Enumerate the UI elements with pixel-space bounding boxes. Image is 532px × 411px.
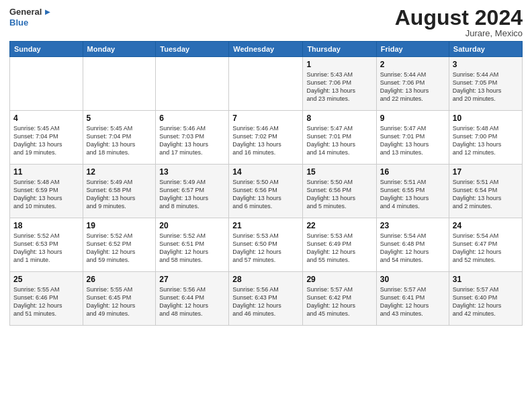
table-row — [156, 57, 229, 111]
calendar-week-row: 1Sunrise: 5:43 AM Sunset: 7:06 PM Daylig… — [10, 57, 523, 111]
day-number: 5 — [87, 113, 152, 123]
day-info: Sunrise: 5:53 AM Sunset: 6:50 PM Dayligh… — [232, 232, 299, 265]
table-row: 7Sunrise: 5:46 AM Sunset: 7:02 PM Daylig… — [229, 111, 303, 165]
day-number: 4 — [13, 113, 79, 123]
table-row — [83, 57, 156, 111]
day-number: 18 — [13, 221, 79, 230]
day-number: 7 — [232, 113, 299, 123]
table-row: 22Sunrise: 5:53 AM Sunset: 6:49 PM Dayli… — [303, 218, 376, 272]
month-year-title: August 2024 — [395, 7, 523, 28]
day-number: 22 — [306, 221, 372, 230]
day-info: Sunrise: 5:50 AM Sunset: 6:56 PM Dayligh… — [306, 178, 372, 211]
day-number: 16 — [380, 167, 445, 177]
day-info: Sunrise: 5:44 AM Sunset: 7:05 PM Dayligh… — [453, 71, 519, 103]
logo-text: General► Blue — [9, 7, 52, 28]
day-info: Sunrise: 5:56 AM Sunset: 6:44 PM Dayligh… — [159, 285, 225, 318]
day-number: 3 — [453, 60, 519, 69]
col-thursday: Thursday — [303, 42, 376, 57]
day-info: Sunrise: 5:47 AM Sunset: 7:01 PM Dayligh… — [306, 124, 372, 157]
day-info: Sunrise: 5:52 AM Sunset: 6:52 PM Dayligh… — [87, 232, 152, 265]
col-monday: Monday — [83, 42, 156, 57]
table-row: 2Sunrise: 5:44 AM Sunset: 7:06 PM Daylig… — [376, 57, 449, 111]
day-number: 23 — [380, 221, 445, 230]
logo: General► Blue — [9, 7, 52, 28]
day-info: Sunrise: 5:49 AM Sunset: 6:57 PM Dayligh… — [159, 178, 225, 211]
header: General► Blue August 2024 Jurare, Mexico — [9, 7, 523, 38]
day-info: Sunrise: 5:52 AM Sunset: 6:51 PM Dayligh… — [159, 232, 225, 265]
table-row: 15Sunrise: 5:50 AM Sunset: 6:56 PM Dayli… — [303, 165, 376, 218]
day-number: 25 — [13, 275, 79, 284]
page-container: General► Blue August 2024 Jurare, Mexico… — [0, 0, 532, 332]
table-row: 6Sunrise: 5:46 AM Sunset: 7:03 PM Daylig… — [156, 111, 229, 165]
day-number: 30 — [380, 275, 445, 284]
day-number: 24 — [453, 221, 519, 230]
table-row: 21Sunrise: 5:53 AM Sunset: 6:50 PM Dayli… — [229, 218, 303, 272]
day-number: 11 — [13, 167, 79, 177]
table-row: 14Sunrise: 5:50 AM Sunset: 6:56 PM Dayli… — [229, 165, 303, 218]
table-row: 16Sunrise: 5:51 AM Sunset: 6:55 PM Dayli… — [376, 165, 449, 218]
table-row: 9Sunrise: 5:47 AM Sunset: 7:01 PM Daylig… — [376, 111, 449, 165]
day-info: Sunrise: 5:43 AM Sunset: 7:06 PM Dayligh… — [306, 71, 372, 103]
table-row: 26Sunrise: 5:55 AM Sunset: 6:45 PM Dayli… — [83, 272, 156, 326]
day-info: Sunrise: 5:47 AM Sunset: 7:01 PM Dayligh… — [380, 124, 445, 157]
day-number: 13 — [159, 167, 225, 177]
table-row: 11Sunrise: 5:48 AM Sunset: 6:59 PM Dayli… — [10, 165, 83, 218]
col-wednesday: Wednesday — [229, 42, 303, 57]
day-number: 21 — [232, 221, 299, 230]
table-row: 24Sunrise: 5:54 AM Sunset: 6:47 PM Dayli… — [449, 218, 522, 272]
table-row: 20Sunrise: 5:52 AM Sunset: 6:51 PM Dayli… — [156, 218, 229, 272]
table-row: 23Sunrise: 5:54 AM Sunset: 6:48 PM Dayli… — [376, 218, 449, 272]
table-row: 18Sunrise: 5:52 AM Sunset: 6:53 PM Dayli… — [10, 218, 83, 272]
col-sunday: Sunday — [10, 42, 83, 57]
day-number: 27 — [159, 275, 225, 284]
table-row: 19Sunrise: 5:52 AM Sunset: 6:52 PM Dayli… — [83, 218, 156, 272]
day-info: Sunrise: 5:57 AM Sunset: 6:42 PM Dayligh… — [306, 285, 372, 318]
table-row: 25Sunrise: 5:55 AM Sunset: 6:46 PM Dayli… — [10, 272, 83, 326]
table-row: 8Sunrise: 5:47 AM Sunset: 7:01 PM Daylig… — [303, 111, 376, 165]
table-row: 17Sunrise: 5:51 AM Sunset: 6:54 PM Dayli… — [449, 165, 522, 218]
table-row: 12Sunrise: 5:49 AM Sunset: 6:58 PM Dayli… — [83, 165, 156, 218]
table-row: 5Sunrise: 5:45 AM Sunset: 7:04 PM Daylig… — [83, 111, 156, 165]
calendar-week-row: 11Sunrise: 5:48 AM Sunset: 6:59 PM Dayli… — [10, 165, 523, 218]
day-number: 9 — [380, 113, 445, 123]
day-info: Sunrise: 5:45 AM Sunset: 7:04 PM Dayligh… — [87, 124, 152, 157]
day-info: Sunrise: 5:44 AM Sunset: 7:06 PM Dayligh… — [380, 71, 445, 103]
day-number: 6 — [159, 113, 225, 123]
day-number: 17 — [453, 167, 519, 177]
table-row: 29Sunrise: 5:57 AM Sunset: 6:42 PM Dayli… — [303, 272, 376, 326]
table-row: 3Sunrise: 5:44 AM Sunset: 7:05 PM Daylig… — [449, 57, 522, 111]
day-number: 2 — [380, 60, 445, 69]
day-number: 12 — [87, 167, 152, 177]
day-number: 29 — [306, 275, 372, 284]
table-row: 31Sunrise: 5:57 AM Sunset: 6:40 PM Dayli… — [449, 272, 522, 326]
day-info: Sunrise: 5:51 AM Sunset: 6:55 PM Dayligh… — [380, 178, 445, 211]
table-row: 10Sunrise: 5:48 AM Sunset: 7:00 PM Dayli… — [449, 111, 522, 165]
day-info: Sunrise: 5:54 AM Sunset: 6:48 PM Dayligh… — [380, 232, 445, 265]
day-number: 31 — [453, 275, 519, 284]
calendar-header-row: Sunday Monday Tuesday Wednesday Thursday… — [10, 42, 523, 57]
table-row: 13Sunrise: 5:49 AM Sunset: 6:57 PM Dayli… — [156, 165, 229, 218]
col-tuesday: Tuesday — [156, 42, 229, 57]
day-number: 14 — [232, 167, 299, 177]
day-number: 10 — [453, 113, 519, 123]
day-number: 15 — [306, 167, 372, 177]
day-info: Sunrise: 5:53 AM Sunset: 6:49 PM Dayligh… — [306, 232, 372, 265]
day-number: 8 — [306, 113, 372, 123]
col-saturday: Saturday — [449, 42, 522, 57]
table-row: 4Sunrise: 5:45 AM Sunset: 7:04 PM Daylig… — [10, 111, 83, 165]
calendar-week-row: 4Sunrise: 5:45 AM Sunset: 7:04 PM Daylig… — [10, 111, 523, 165]
day-info: Sunrise: 5:45 AM Sunset: 7:04 PM Dayligh… — [13, 124, 79, 157]
day-info: Sunrise: 5:55 AM Sunset: 6:46 PM Dayligh… — [13, 285, 79, 318]
table-row — [10, 57, 83, 111]
calendar-table: Sunday Monday Tuesday Wednesday Thursday… — [9, 41, 523, 326]
col-friday: Friday — [376, 42, 449, 57]
day-info: Sunrise: 5:55 AM Sunset: 6:45 PM Dayligh… — [87, 285, 152, 318]
day-info: Sunrise: 5:56 AM Sunset: 6:43 PM Dayligh… — [232, 285, 299, 318]
table-row: 27Sunrise: 5:56 AM Sunset: 6:44 PM Dayli… — [156, 272, 229, 326]
day-number: 20 — [159, 221, 225, 230]
location-subtitle: Jurare, Mexico — [395, 28, 523, 38]
day-info: Sunrise: 5:57 AM Sunset: 6:41 PM Dayligh… — [380, 285, 445, 318]
day-info: Sunrise: 5:49 AM Sunset: 6:58 PM Dayligh… — [87, 178, 152, 211]
table-row: 28Sunrise: 5:56 AM Sunset: 6:43 PM Dayli… — [229, 272, 303, 326]
day-info: Sunrise: 5:48 AM Sunset: 7:00 PM Dayligh… — [453, 124, 519, 157]
